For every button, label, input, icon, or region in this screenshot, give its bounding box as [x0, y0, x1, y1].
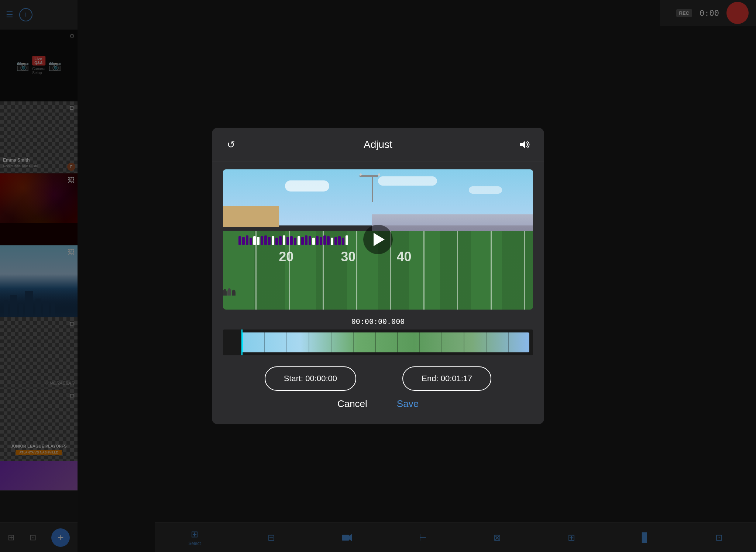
modal-title: Adjust [364, 139, 392, 151]
start-button[interactable]: Start: 00:00:00 [265, 366, 356, 391]
save-button[interactable]: Save [397, 398, 419, 410]
end-button[interactable]: End: 00:01:17 [402, 366, 491, 391]
timecode: 00:00:00.000 [212, 317, 544, 326]
trim-buttons: Start: 00:00:00 End: 00:01:17 [241, 366, 515, 391]
play-triangle [374, 233, 385, 246]
volume-icon [520, 140, 530, 149]
modal-overlay: ↺ Adjust [0, 0, 756, 552]
timeline-frames [243, 332, 529, 352]
field-num-30: 30 [341, 249, 355, 265]
action-buttons: Cancel Save [212, 398, 544, 410]
video-preview: 20 30 40 [223, 169, 533, 310]
field-num-40: 40 [396, 249, 411, 265]
svg-marker-4 [520, 141, 525, 148]
refresh-button[interactable]: ↺ [223, 137, 239, 153]
timeline-area[interactable] [223, 330, 533, 355]
timeline-playhead[interactable] [241, 330, 243, 355]
timeline-strip[interactable] [241, 332, 529, 352]
volume-button[interactable] [517, 137, 533, 153]
cancel-button[interactable]: Cancel [337, 398, 367, 410]
adjust-modal: ↺ Adjust [212, 128, 544, 424]
field-num-20: 20 [279, 249, 293, 265]
play-button[interactable] [363, 225, 393, 254]
modal-header: ↺ Adjust [212, 128, 544, 162]
refresh-icon: ↺ [227, 139, 235, 151]
